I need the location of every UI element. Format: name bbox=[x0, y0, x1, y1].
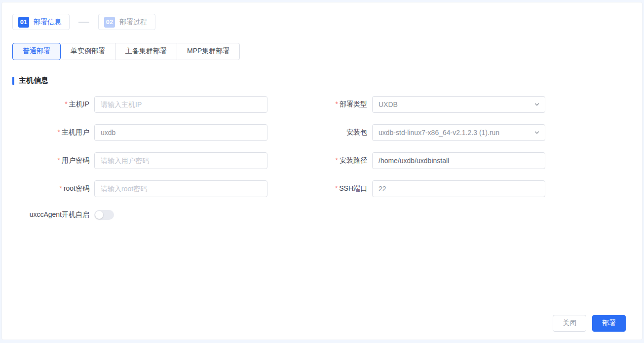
install-path-field: *安装路径 bbox=[297, 152, 545, 169]
form-row: *主机IP *部署类型 UXDB bbox=[12, 96, 632, 113]
chevron-down-icon bbox=[534, 102, 540, 107]
section-title: 主机信息 bbox=[19, 76, 48, 85]
required-mark: * bbox=[336, 156, 338, 164]
form-row: *root密码 *SSH端口 bbox=[12, 180, 632, 197]
host-user-label: *主机用户 bbox=[12, 128, 94, 137]
root-password-label: *root密码 bbox=[12, 184, 94, 193]
step-1-deploy-info: 01 部署信息 bbox=[12, 14, 70, 30]
required-mark: * bbox=[335, 184, 338, 192]
step-1-label: 部署信息 bbox=[34, 18, 61, 27]
chevron-down-icon bbox=[534, 130, 540, 136]
host-info-form: *主机IP *部署类型 UXDB *主机用户 安装包 bbox=[12, 96, 632, 220]
step-2-label: 部署过程 bbox=[119, 18, 147, 27]
ssh-port-label: *SSH端口 bbox=[297, 184, 372, 193]
toggle-knob bbox=[95, 211, 103, 219]
required-mark: * bbox=[336, 100, 338, 108]
host-user-field: *主机用户 bbox=[12, 124, 267, 141]
step-1-number-badge: 01 bbox=[18, 17, 29, 28]
form-row: *主机用户 安装包 uxdb-std-linux7-x86_64-v2.1.2.… bbox=[12, 124, 632, 141]
uxccagent-autostart-label: uxccAgent开机自启 bbox=[12, 210, 94, 219]
host-info-section-header: 主机信息 bbox=[12, 76, 632, 85]
required-mark: * bbox=[58, 156, 60, 164]
install-package-label: 安装包 bbox=[297, 128, 372, 137]
deploy-type-value: UXDB bbox=[379, 101, 398, 108]
host-ip-field: *主机IP bbox=[12, 96, 267, 113]
host-user-input[interactable] bbox=[94, 124, 267, 141]
section-accent-bar bbox=[12, 77, 14, 85]
tab-mpp-cluster-deploy[interactable]: MPP集群部署 bbox=[177, 43, 239, 60]
tab-primary-standby-cluster-deploy[interactable]: 主备集群部署 bbox=[115, 43, 177, 60]
close-button[interactable]: 关闭 bbox=[553, 315, 586, 332]
install-path-input[interactable] bbox=[372, 152, 545, 169]
install-package-field: 安装包 uxdb-std-linux7-x86_64-v2.1.2.3 (1).… bbox=[297, 124, 545, 141]
tab-normal-deploy[interactable]: 普通部署 bbox=[13, 43, 60, 60]
host-ip-input[interactable] bbox=[94, 96, 267, 113]
uxccagent-autostart-row: uxccAgent开机自启 bbox=[12, 210, 632, 220]
deploy-type-select[interactable]: UXDB bbox=[372, 96, 545, 113]
deploy-type-label: *部署类型 bbox=[297, 100, 372, 109]
required-mark: * bbox=[65, 100, 67, 108]
form-row: *用户密码 *安装路径 bbox=[12, 152, 632, 169]
root-password-field: *root密码 bbox=[12, 180, 267, 197]
root-password-input[interactable] bbox=[94, 180, 267, 197]
deploy-button[interactable]: 部署 bbox=[592, 315, 626, 332]
install-package-value: uxdb-std-linux7-x86_64-v2.1.2.3 (1).run bbox=[379, 129, 499, 137]
deploy-type-field: *部署类型 UXDB bbox=[297, 96, 545, 113]
deploy-dialog: 01 部署信息 02 部署过程 普通部署 单实例部署 主备集群部署 MPP集群部… bbox=[1, 2, 643, 340]
dialog-footer: 关闭 部署 bbox=[553, 315, 626, 332]
step-2-deploy-process: 02 部署过程 bbox=[98, 14, 155, 30]
ssh-port-field: *SSH端口 bbox=[297, 180, 545, 197]
user-password-field: *用户密码 bbox=[12, 152, 267, 169]
ssh-port-input[interactable] bbox=[372, 180, 545, 197]
step-2-number-badge: 02 bbox=[104, 17, 115, 28]
uxccagent-autostart-toggle[interactable] bbox=[94, 210, 114, 220]
required-mark: * bbox=[59, 184, 62, 192]
deploy-mode-tabs: 普通部署 单实例部署 主备集群部署 MPP集群部署 bbox=[12, 43, 240, 60]
required-mark: * bbox=[58, 128, 60, 136]
step-indicator: 01 部署信息 02 部署过程 bbox=[12, 14, 632, 30]
user-password-input[interactable] bbox=[94, 152, 267, 169]
install-path-label: *安装路径 bbox=[297, 156, 372, 165]
user-password-label: *用户密码 bbox=[12, 156, 94, 165]
host-ip-label: *主机IP bbox=[12, 100, 94, 109]
step-connector-line bbox=[78, 22, 89, 23]
tab-single-instance-deploy[interactable]: 单实例部署 bbox=[60, 43, 115, 60]
install-package-select[interactable]: uxdb-std-linux7-x86_64-v2.1.2.3 (1).run bbox=[372, 124, 545, 141]
